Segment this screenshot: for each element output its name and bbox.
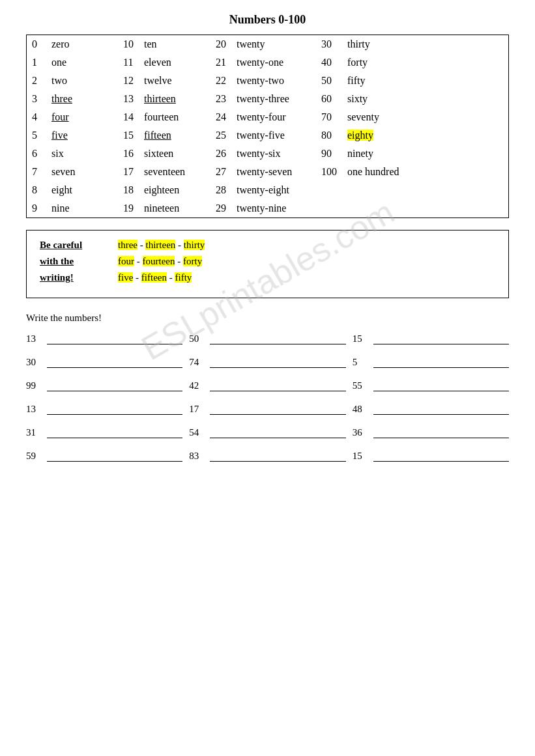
answer-line[interactable] (373, 333, 509, 344)
number-cell: 15 (118, 126, 139, 145)
word-cell: sixty (342, 90, 508, 108)
word-cell: twenty-four (231, 108, 316, 126)
numbers-table: 0zero10ten20twenty30thirty1one11eleven21… (27, 35, 508, 217)
word-cell: thirteen (139, 90, 210, 108)
exercise-number: 15 (353, 333, 371, 344)
word-cell: twenty-six (231, 145, 316, 163)
answer-line[interactable] (373, 450, 509, 462)
care-highlight-five: five (118, 272, 133, 283)
care-highlight-three: three (118, 240, 137, 250)
care-highlight-fifty: fifty (175, 272, 192, 283)
table-row: 3three13thirteen23twenty-three60sixty (27, 90, 508, 108)
number-cell: 80 (316, 126, 342, 145)
exercise-number: 31 (26, 427, 44, 438)
word-cell: four (46, 108, 118, 126)
answer-line[interactable] (373, 356, 509, 368)
answer-line[interactable] (47, 356, 182, 368)
number-cell: 100 (316, 163, 342, 181)
answer-line[interactable] (210, 356, 345, 368)
number-cell: 70 (316, 108, 342, 126)
exercise-item: 13 (26, 403, 182, 415)
word-cell: twenty-nine (231, 199, 316, 217)
answer-line[interactable] (210, 403, 345, 415)
word-cell: zero (46, 35, 118, 53)
number-cell: 90 (316, 145, 342, 163)
exercise-item: 74 (189, 356, 345, 368)
number-cell: 6 (27, 145, 46, 163)
care-highlight-thirty: thirty (184, 240, 205, 250)
care-row-1: Be careful three - thirteen - thirty (40, 240, 495, 251)
exercise-number: 83 (189, 451, 207, 462)
word-cell: thirty (342, 35, 508, 53)
write-section: Write the numbers! 135015307459942551317… (26, 313, 509, 462)
care-highlight-thirteen: thirteen (145, 240, 175, 250)
answer-line[interactable] (47, 403, 182, 415)
number-cell: 9 (27, 199, 46, 217)
number-cell: 19 (118, 199, 139, 217)
answer-line[interactable] (47, 333, 182, 344)
number-cell: 26 (210, 145, 231, 163)
number-cell: 23 (210, 90, 231, 108)
word-cell: fifteen (139, 126, 210, 145)
word-cell: eighty (342, 126, 508, 145)
word-cell: eleven (139, 53, 210, 72)
exercise-number: 50 (189, 333, 207, 344)
word-cell: six (46, 145, 118, 163)
word-cell (342, 199, 508, 217)
word-cell: ninety (342, 145, 508, 163)
exercise-item: 42 (189, 380, 345, 391)
answer-line[interactable] (210, 380, 345, 391)
word-cell: twenty-one (231, 53, 316, 72)
table-row: 2two12twelve22twenty-two50fifty (27, 72, 508, 90)
word-cell: seventeen (139, 163, 210, 181)
number-cell: 30 (316, 35, 342, 53)
care-words-3: five - fifteen - fifty (118, 272, 495, 283)
table-row: 6six16sixteen26twenty-six90ninety (27, 145, 508, 163)
answer-line[interactable] (47, 380, 182, 391)
care-row-3: writing! five - fifteen - fifty (40, 272, 495, 283)
number-cell: 11 (118, 53, 139, 72)
care-highlight-four: four (118, 256, 134, 266)
exercise-item: 36 (353, 427, 509, 438)
exercise-number: 99 (26, 380, 44, 391)
exercise-number: 30 (26, 357, 44, 368)
exercise-item: 54 (189, 427, 345, 438)
answer-line[interactable] (47, 427, 182, 438)
exercise-item: 83 (189, 450, 345, 462)
word-cell: twenty-seven (231, 163, 316, 181)
answer-line[interactable] (373, 427, 509, 438)
care-highlight-fifteen: fifteen (141, 272, 167, 283)
number-cell: 18 (118, 181, 139, 199)
answer-line[interactable] (210, 427, 345, 438)
word-cell: seventy (342, 108, 508, 126)
care-words-1: three - thirteen - thirty (118, 240, 495, 251)
care-highlight-forty: forty (183, 256, 202, 266)
word-cell (342, 181, 508, 199)
exercise-item: 48 (353, 403, 509, 415)
number-cell: 4 (27, 108, 46, 126)
answer-line[interactable] (47, 450, 182, 462)
number-cell: 29 (210, 199, 231, 217)
exercise-number: 13 (26, 404, 44, 415)
care-row-2: with the four - fourteen - forty (40, 256, 495, 267)
word-cell: nine (46, 199, 118, 217)
exercise-number: 59 (26, 451, 44, 462)
table-row: 9nine19nineteen29twenty-nine (27, 199, 508, 217)
word-cell: twenty-eight (231, 181, 316, 199)
word-cell: twenty-three (231, 90, 316, 108)
number-cell: 20 (210, 35, 231, 53)
answer-line[interactable] (373, 380, 509, 391)
answer-line[interactable] (210, 450, 345, 462)
answer-line[interactable] (210, 333, 345, 344)
number-cell: 14 (118, 108, 139, 126)
exercise-item: 31 (26, 427, 182, 438)
exercise-number: 13 (26, 333, 44, 344)
number-cell: 1 (27, 53, 46, 72)
care-label-2: with the (40, 256, 118, 267)
word-cell: five (46, 126, 118, 145)
word-cell: twelve (139, 72, 210, 90)
number-cell: 16 (118, 145, 139, 163)
exercise-item: 59 (26, 450, 182, 462)
answer-line[interactable] (373, 403, 509, 415)
care-box: Be careful three - thirteen - thirty wit… (26, 230, 509, 298)
